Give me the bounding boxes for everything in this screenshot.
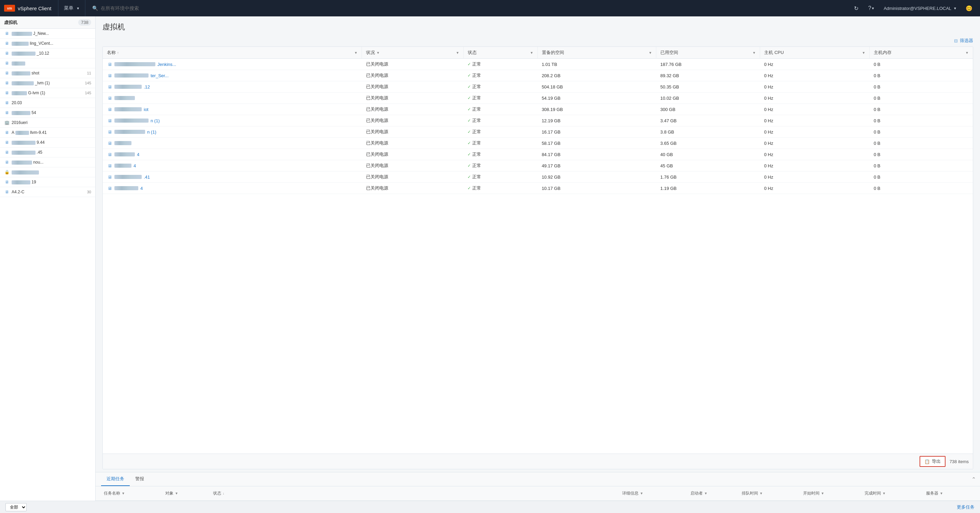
cell-cpu: 0 Hz bbox=[760, 59, 870, 70]
col-dropdown-icon[interactable]: ▼ bbox=[456, 51, 459, 55]
col-dropdown-icon[interactable]: ▼ bbox=[648, 51, 652, 55]
task-col-complete-time[interactable]: 完成时间 ▼ bbox=[862, 489, 923, 498]
col-used[interactable]: 已用空间 ▼ bbox=[656, 47, 760, 59]
status-bar: 全部 更多任务 bbox=[0, 501, 980, 513]
col-name[interactable]: 名称 ↑ ▼ bbox=[103, 47, 362, 59]
help-button[interactable]: ? ▼ bbox=[865, 2, 878, 15]
vm-name-link[interactable]: 4 bbox=[134, 163, 136, 168]
vm-icon: 🖥 bbox=[4, 140, 10, 145]
menu-button[interactable]: 菜单 ▼ bbox=[58, 0, 85, 16]
table-row[interactable]: 🖥 .41 已关闭电源 ✓ 正常 10.92 GB 1.76 GB 0 Hz 0… bbox=[103, 172, 973, 183]
list-item[interactable]: 🖥 A llvm-9.41 bbox=[0, 128, 95, 138]
export-button[interactable]: 📋 导出 bbox=[920, 456, 945, 467]
list-item[interactable]: 🖥 _lvm (1) 145 bbox=[0, 78, 95, 88]
health-label: 正常 bbox=[472, 129, 481, 135]
col-status-health[interactable]: 状态 ▼ bbox=[463, 47, 538, 59]
task-col-server[interactable]: 服务器 ▼ bbox=[923, 489, 975, 498]
table-row[interactable]: 🖥 已关闭电源 ✓ 正常 54.19 GB 10.02 GB 0 Hz 0 B bbox=[103, 92, 973, 104]
list-item[interactable]: 🖥 G-lvm (1) 145 bbox=[0, 88, 95, 98]
filter-icon: ⊟ bbox=[954, 38, 958, 43]
vm-name-link[interactable]: ter_Ser... bbox=[151, 73, 169, 78]
col-cpu[interactable]: 主机 CPU ▼ bbox=[760, 47, 870, 59]
list-item[interactable]: 🖥 .45 bbox=[0, 148, 95, 158]
col-dropdown-icon[interactable]: ▼ bbox=[530, 51, 533, 55]
list-item[interactable]: 🖥 19 bbox=[0, 177, 95, 187]
table-row[interactable]: 🖥 Jenkins... 已关闭电源 ✓ 正常 1.01 TB 187.76 G… bbox=[103, 59, 973, 70]
list-item[interactable]: 🏢 2016ueri bbox=[0, 118, 95, 128]
table-row[interactable]: 🖥 已关闭电源 ✓ 正常 58.17 GB 3.65 GB 0 Hz 0 B bbox=[103, 138, 973, 149]
task-col-detail[interactable]: 详细信息 ▼ bbox=[619, 489, 688, 498]
list-item[interactable]: 🖥 A4.2-C 30 bbox=[0, 187, 95, 197]
vm-row-icon: 🖥 bbox=[107, 95, 112, 101]
col-dropdown-icon[interactable]: ▼ bbox=[752, 51, 756, 55]
cell-health-status: ✓ 正常 bbox=[463, 70, 538, 81]
vm-name-link[interactable]: 4 bbox=[140, 186, 143, 191]
table-row[interactable]: 🖥 4 已关闭电源 ✓ 正常 84.17 GB 40 GB 0 Hz 0 B bbox=[103, 149, 973, 160]
col-dropdown-icon[interactable]: ▼ bbox=[862, 51, 865, 55]
tab-alerts[interactable]: 警报 bbox=[130, 472, 150, 486]
building-icon: 🏢 bbox=[4, 120, 10, 125]
list-item[interactable]: 🔒 bbox=[0, 167, 95, 177]
app-title: vSphere Client bbox=[18, 5, 51, 11]
table-scroll[interactable]: 名称 ↑ ▼ 状况 ▼ ▼ bbox=[103, 47, 973, 454]
task-table-header: 任务名称 ▼ 对象 ▼ 状态 ↓ 详细信息 ▼ 启动者 ▼ bbox=[95, 486, 980, 501]
task-col-start-time[interactable]: 开始时间 ▼ bbox=[800, 489, 862, 498]
cell-health-status: ✓ 正常 bbox=[463, 183, 538, 194]
vm-name-link[interactable]: Jenkins... bbox=[158, 62, 176, 67]
vm-name-link[interactable]: n (1) bbox=[147, 129, 156, 135]
col-memory[interactable]: 主机内存 ▼ bbox=[870, 47, 973, 59]
cell-health-status: ✓ 正常 bbox=[463, 92, 538, 104]
more-tasks-link[interactable]: 更多任务 bbox=[957, 504, 975, 510]
cell-cpu: 0 Hz bbox=[760, 104, 870, 115]
lock-icon: 🔒 bbox=[4, 169, 10, 175]
cell-health-status: ✓ 正常 bbox=[463, 160, 538, 172]
table-row[interactable]: 🖥 .12 已关闭电源 ✓ 正常 504.18 GB 50.35 GB 0 Hz… bbox=[103, 81, 973, 92]
cell-provisioned: 504.18 GB bbox=[538, 81, 656, 92]
list-item[interactable]: 🖥 shot 11 bbox=[0, 68, 95, 78]
list-item[interactable]: 🖥 9.44 bbox=[0, 138, 95, 148]
table-row[interactable]: 🖥 4 已关闭电源 ✓ 正常 10.17 GB 1.19 GB 0 Hz 0 B bbox=[103, 183, 973, 194]
sidebar: 虚拟机 738 🖥 J_New... 🖥 ling_VCent... 🖥 _10… bbox=[0, 16, 95, 501]
col-provisioned[interactable]: 置备的空间 ▼ bbox=[538, 47, 656, 59]
list-item[interactable]: 🖥 ling_VCent... bbox=[0, 38, 95, 48]
table-row[interactable]: 🖥 4 已关闭电源 ✓ 正常 49.17 GB 45 GB 0 Hz 0 B bbox=[103, 160, 973, 172]
col-status-power[interactable]: 状况 ▼ ▼ bbox=[362, 47, 464, 59]
table-row[interactable]: 🖥 iot 已关闭电源 ✓ 正常 308.19 GB 300 GB 0 Hz 0… bbox=[103, 104, 973, 115]
search-input[interactable] bbox=[101, 5, 843, 11]
tab-recent-tasks[interactable]: 近期任务 bbox=[101, 472, 130, 486]
task-col-name[interactable]: 任务名称 ▼ bbox=[101, 489, 162, 498]
cell-provisioned: 16.17 GB bbox=[538, 126, 656, 138]
table-row[interactable]: 🖥 n (1) 已关闭电源 ✓ 正常 12.19 GB 3.47 GB 0 Hz… bbox=[103, 115, 973, 126]
list-item[interactable]: 🖥 J_New... bbox=[0, 29, 95, 38]
task-col-queue-time[interactable]: 排队时间 ▼ bbox=[739, 489, 800, 498]
export-label: 导出 bbox=[932, 458, 941, 465]
search-bar[interactable]: 🔍 bbox=[85, 5, 850, 11]
status-filter-select[interactable]: 全部 bbox=[5, 503, 27, 511]
cell-memory: 0 B bbox=[870, 172, 973, 183]
vm-name-link[interactable]: .41 bbox=[144, 175, 150, 180]
task-col-initiator[interactable]: 启动者 ▼ bbox=[688, 489, 739, 498]
refresh-button[interactable]: ↻ bbox=[850, 2, 863, 15]
expand-panel-button[interactable]: ⌃ bbox=[972, 476, 976, 483]
list-item[interactable]: 🖥 bbox=[0, 58, 95, 68]
col-dropdown-icon[interactable]: ▼ bbox=[354, 51, 358, 55]
table-row[interactable]: 🖥 ter_Ser... 已关闭电源 ✓ 正常 208.2 GB 89.32 G… bbox=[103, 70, 973, 81]
check-icon: ✓ bbox=[468, 141, 471, 145]
table-row[interactable]: 🖥 n (1) 已关闭电源 ✓ 正常 16.17 GB 3.8 GB 0 Hz … bbox=[103, 126, 973, 138]
vm-name-link[interactable]: .12 bbox=[144, 84, 150, 89]
cell-memory: 0 B bbox=[870, 138, 973, 149]
list-item[interactable]: 🖥 54 bbox=[0, 108, 95, 118]
list-item[interactable]: 🖥 20.03 bbox=[0, 98, 95, 108]
profile-button[interactable]: 😊 bbox=[962, 2, 976, 15]
vm-name-link[interactable]: n (1) bbox=[151, 118, 160, 123]
vm-name-link[interactable]: iot bbox=[144, 107, 148, 112]
col-dropdown-icon[interactable]: ▼ bbox=[965, 51, 969, 55]
vm-name-link[interactable]: 4 bbox=[137, 152, 139, 157]
filter-label[interactable]: 筛选器 bbox=[960, 38, 973, 44]
task-col-status[interactable]: 状态 ↓ bbox=[210, 489, 619, 498]
task-col-object[interactable]: 对象 ▼ bbox=[162, 489, 210, 498]
list-item[interactable]: 🖥 _10.12 bbox=[0, 48, 95, 58]
list-item[interactable]: 🖥 nou... bbox=[0, 158, 95, 167]
vm-icon: 🖥 bbox=[4, 130, 10, 135]
user-menu[interactable]: Administrator@VSPHERE.LOCAL ▼ bbox=[880, 2, 961, 15]
